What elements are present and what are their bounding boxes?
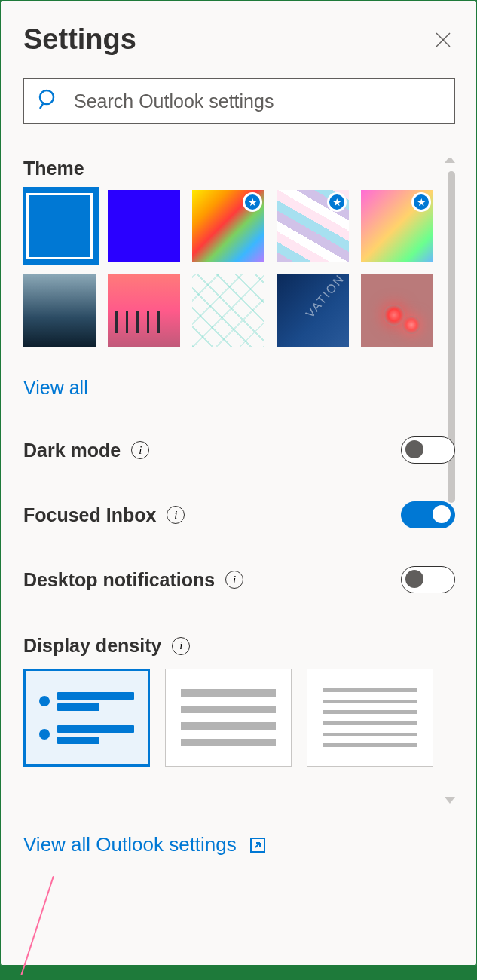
theme-tile-rainbow-wave[interactable] xyxy=(192,190,264,262)
density-label: Display density xyxy=(23,635,161,657)
search-input[interactable] xyxy=(74,90,441,112)
density-tile-compact[interactable] xyxy=(307,669,433,767)
close-icon xyxy=(434,31,452,49)
theme-tile-blue-default[interactable] xyxy=(23,190,96,262)
theme-tile-unicorn-art[interactable] xyxy=(361,190,433,262)
theme-view-all-link[interactable]: View all xyxy=(23,377,88,399)
theme-tile-bright-blue[interactable] xyxy=(108,190,180,262)
search-box[interactable] xyxy=(23,78,455,124)
view-all-settings-link[interactable]: View all Outlook settings xyxy=(23,833,455,856)
desktop-notifications-row: Desktop notifications i xyxy=(23,566,455,593)
panel-header: Settings xyxy=(23,23,455,56)
desktop-notifications-label: Desktop notifications xyxy=(23,569,215,591)
theme-tile-sunset-palms[interactable] xyxy=(108,274,180,347)
info-icon[interactable]: i xyxy=(131,441,149,459)
panel-title: Settings xyxy=(23,23,136,56)
focused-inbox-row: Focused Inbox i xyxy=(23,501,455,528)
open-icon xyxy=(249,836,267,854)
theme-tile-ocean-wave[interactable] xyxy=(23,274,96,347)
dark-mode-label: Dark mode xyxy=(23,439,121,461)
settings-panel: Settings Theme View all xyxy=(0,0,477,966)
info-icon[interactable]: i xyxy=(225,571,243,589)
search-icon xyxy=(38,88,60,114)
density-tile-medium[interactable] xyxy=(165,669,292,767)
premium-badge-icon xyxy=(243,192,262,212)
density-header: Display density i xyxy=(23,635,455,657)
focused-inbox-toggle[interactable] xyxy=(401,501,455,528)
premium-badge-icon xyxy=(411,192,431,212)
dark-mode-toggle[interactable] xyxy=(401,436,455,464)
scroll-down-arrow[interactable] xyxy=(445,797,455,804)
scroll-up-arrow[interactable] xyxy=(445,158,455,163)
density-tile-full[interactable] xyxy=(23,669,150,767)
desktop-notifications-toggle[interactable] xyxy=(401,566,455,593)
density-options xyxy=(23,669,455,767)
focused-inbox-label: Focused Inbox xyxy=(23,504,156,526)
premium-badge-icon xyxy=(327,192,347,212)
close-button[interactable] xyxy=(431,28,455,52)
theme-tile-circuit-board[interactable] xyxy=(192,274,264,347)
theme-tile-red-bokeh[interactable] xyxy=(361,274,433,347)
theme-tile-innovation-blueprint[interactable] xyxy=(277,274,349,347)
theme-section-label: Theme xyxy=(23,158,455,179)
theme-grid xyxy=(23,190,455,347)
scroll-area: Theme View all Dark mode i Focused Inbox xyxy=(23,158,455,813)
view-all-settings-label: View all Outlook settings xyxy=(23,833,237,856)
theme-tile-pastel-ribbons[interactable] xyxy=(277,190,349,262)
svg-point-2 xyxy=(40,90,54,104)
svg-line-3 xyxy=(40,103,44,109)
dark-mode-row: Dark mode i xyxy=(23,436,455,464)
info-icon[interactable]: i xyxy=(167,506,185,524)
info-icon[interactable]: i xyxy=(172,637,190,655)
